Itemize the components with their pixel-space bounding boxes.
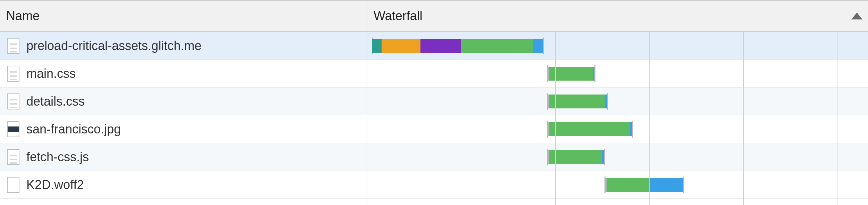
table-row[interactable]: fetch-css.js xyxy=(0,143,367,171)
image-file-icon xyxy=(6,121,20,138)
table-row[interactable]: main.css xyxy=(0,60,367,88)
segment-dns xyxy=(372,39,382,53)
request-name: details.css xyxy=(26,94,85,109)
request-name: preload-critical-assets.glitch.me xyxy=(26,39,201,53)
waterfall-row[interactable] xyxy=(367,171,868,199)
waterfall-header-label: Waterfall xyxy=(374,9,423,23)
font-file-icon xyxy=(6,176,20,194)
segment-waiting xyxy=(549,150,602,164)
document-file-icon xyxy=(6,148,20,166)
bar-end-tick xyxy=(594,65,595,82)
waterfall-row[interactable] xyxy=(367,115,868,143)
document-file-icon xyxy=(6,37,20,55)
segment-waiting xyxy=(549,67,593,81)
timing-bar xyxy=(367,150,868,164)
waterfall-row[interactable] xyxy=(367,143,868,171)
segment-waiting xyxy=(549,95,605,108)
waterfall-row[interactable] xyxy=(367,88,868,115)
table-row[interactable]: details.css xyxy=(0,88,367,115)
network-panel: Name preload-critical-assets.glitch.mema… xyxy=(0,0,868,205)
segment-ssl xyxy=(420,39,461,53)
timing-bar xyxy=(367,178,868,192)
segment-waiting xyxy=(461,39,533,53)
request-name: fetch-css.js xyxy=(26,150,89,164)
request-name: K2D.woff2 xyxy=(26,178,84,192)
name-rows: preload-critical-assets.glitch.memain.cs… xyxy=(0,32,367,205)
request-name: main.css xyxy=(26,66,76,81)
bar-end-tick xyxy=(683,177,684,193)
segment-content xyxy=(649,178,683,192)
name-column: Name preload-critical-assets.glitch.mema… xyxy=(0,1,367,205)
request-name: san-francisco.jpg xyxy=(26,122,121,137)
bar-end-tick xyxy=(632,121,633,138)
segment-content xyxy=(533,39,543,53)
waterfall-rows xyxy=(367,32,868,205)
bar-end-tick xyxy=(604,149,605,165)
waterfall-column: Waterfall xyxy=(367,1,868,205)
table-row[interactable]: preload-critical-assets.glitch.me xyxy=(0,32,367,60)
timing-bar xyxy=(367,67,868,81)
timing-bar xyxy=(367,95,868,108)
segment-connecting xyxy=(382,39,421,53)
table-row[interactable]: san-francisco.jpg xyxy=(0,115,367,143)
bar-end-tick xyxy=(543,38,544,54)
document-file-icon xyxy=(6,65,20,82)
timing-bar xyxy=(367,39,868,53)
segment-waiting xyxy=(607,178,649,192)
name-column-header[interactable]: Name xyxy=(0,1,367,32)
waterfall-row[interactable] xyxy=(367,60,868,88)
bar-end-tick xyxy=(607,93,608,110)
waterfall-column-header[interactable]: Waterfall xyxy=(367,1,868,32)
waterfall-row[interactable] xyxy=(367,32,868,60)
timing-bar xyxy=(367,122,868,136)
name-header-label: Name xyxy=(6,9,40,23)
sort-asc-icon xyxy=(851,13,862,19)
segment-waiting xyxy=(549,122,630,136)
table-row[interactable]: K2D.woff2 xyxy=(0,171,367,199)
document-file-icon xyxy=(6,93,20,110)
